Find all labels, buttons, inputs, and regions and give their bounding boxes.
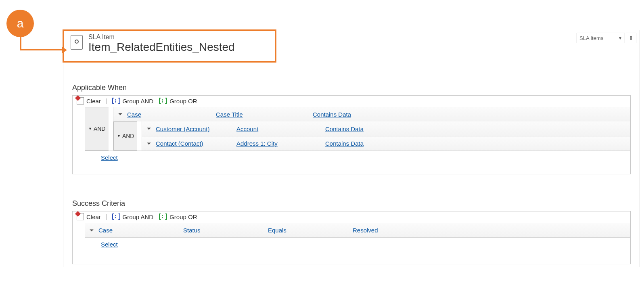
chevron-down-icon [118, 112, 123, 117]
caret-down-icon: ▼ [117, 134, 121, 138]
clause-field[interactable]: Case Title [216, 111, 313, 118]
group-or-icon [159, 97, 167, 105]
form-header: SLA Item Item_RelatedEntities_Nested SLA… [63, 30, 640, 61]
chevron-down-icon [146, 126, 151, 131]
arrow-up-icon: ⬆ [629, 35, 634, 41]
chevron-down-icon [146, 141, 151, 146]
sla-item-entity-icon [71, 35, 83, 50]
caret-down-icon: ▼ [618, 36, 622, 40]
clear-icon [77, 97, 84, 105]
condition-body: Case Status Equals Resolved Select [73, 223, 630, 264]
group-or-button[interactable]: Group OR [157, 213, 199, 220]
clear-button-label: Clear [86, 98, 101, 105]
clause-entity[interactable]: Case [127, 111, 216, 118]
annotation-badge-label: a [17, 17, 24, 30]
group-and-label: Group AND [123, 98, 154, 105]
success-criteria-title: Success Criteria [72, 199, 631, 208]
row-expand-button[interactable] [144, 124, 153, 133]
outer-and-operator[interactable]: ▼ AND [85, 107, 109, 151]
entity-type-label: SLA Item [88, 33, 235, 41]
add-clause-row: Select [85, 151, 630, 164]
group-or-label: Group OR [169, 98, 197, 105]
row-expand-button[interactable] [116, 110, 125, 119]
condition-toolbar: Clear | Group AND Group OR [73, 211, 630, 223]
clear-button[interactable]: Clear [75, 213, 102, 220]
record-title: Item_RelatedEntities_Nested [88, 41, 235, 54]
clear-button-label: Clear [86, 213, 101, 220]
group-or-button[interactable]: Group OR [157, 97, 199, 105]
clear-icon [77, 213, 84, 220]
success-criteria-condition-editor: Clear | Group AND Group OR Case [72, 211, 631, 264]
caret-down-icon: ▼ [88, 127, 92, 131]
annotation-badge: a [6, 10, 34, 37]
clear-button[interactable]: Clear [75, 97, 102, 105]
clause-operator[interactable]: Contains Data [325, 125, 630, 132]
clause-operator[interactable]: Contains Data [313, 111, 630, 118]
row-expand-button[interactable] [87, 226, 96, 235]
clause-field[interactable]: Account [236, 125, 325, 132]
condition-toolbar: Clear | Group AND Group OR [73, 96, 630, 107]
clause-entity[interactable]: Customer (Account) [156, 125, 236, 132]
nested-and-operator[interactable]: ▼ AND [113, 121, 137, 151]
clause-field[interactable]: Status [183, 227, 268, 234]
annotation-arrow [20, 44, 65, 52]
clause-operator[interactable]: Contains Data [325, 140, 630, 147]
outer-and-label: AND [94, 125, 106, 132]
condition-body: ▼ AND Case Case Title Contains Data [73, 107, 630, 174]
success-criteria-section: Success Criteria Clear | Group AND Group… [63, 177, 640, 267]
group-or-label: Group OR [169, 213, 197, 220]
row-expand-button[interactable] [144, 139, 153, 148]
select-entity-link[interactable]: Select [101, 154, 118, 161]
clause-field[interactable]: Address 1: City [236, 140, 325, 147]
condition-row: Customer (Account) Account Contains Data [142, 121, 630, 136]
applicable-when-title: Applicable When [72, 84, 631, 92]
applicable-when-condition-editor: Clear | Group AND Group OR ▼ [72, 95, 631, 174]
form-section-selector[interactable]: SLA Items ▼ [577, 33, 625, 43]
group-and-icon [112, 213, 120, 220]
clause-entity[interactable]: Contact (Contact) [156, 140, 236, 147]
group-and-icon [112, 97, 120, 105]
select-entity-link[interactable]: Select [101, 241, 118, 248]
nested-and-label: AND [122, 133, 134, 139]
form-section-selector-label: SLA Items [579, 35, 603, 41]
clause-entity[interactable]: Case [98, 227, 183, 234]
group-or-icon [159, 213, 167, 220]
scroll-up-button[interactable]: ⬆ [626, 33, 636, 43]
condition-row: Case Status Equals Resolved [85, 223, 630, 237]
condition-row: Contact (Contact) Address 1: City Contai… [142, 136, 630, 151]
clause-value[interactable]: Resolved [353, 227, 630, 234]
condition-row: Case Case Title Contains Data [113, 107, 630, 121]
group-and-button[interactable]: Group AND [111, 97, 155, 105]
add-clause-row: Select [85, 237, 630, 251]
clause-operator[interactable]: Equals [268, 227, 353, 234]
form-panel: SLA Item Item_RelatedEntities_Nested SLA… [63, 30, 640, 267]
group-and-label: Group AND [123, 213, 154, 220]
chevron-down-icon [89, 228, 94, 233]
applicable-when-section: Applicable When Clear | Group AND Group … [63, 61, 640, 177]
group-and-button[interactable]: Group AND [111, 213, 155, 220]
